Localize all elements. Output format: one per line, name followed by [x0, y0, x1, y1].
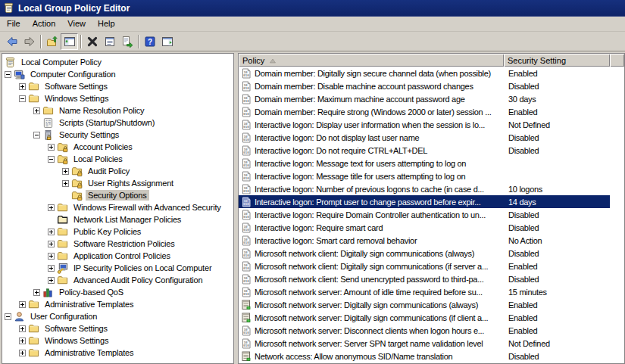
- expand-plus-icon[interactable]: [48, 277, 55, 284]
- forward-button[interactable]: [20, 33, 38, 50]
- tree-item-network-list-manager-policies[interactable]: Network List Manager Policies: [2, 213, 233, 226]
- column-header-security-setting[interactable]: Security Setting: [504, 54, 610, 67]
- policy-row[interactable]: 10010Interactive logon: Display user inf…: [239, 118, 624, 131]
- collapse-minus-icon[interactable]: [19, 95, 26, 102]
- expand-plus-icon[interactable]: [48, 253, 55, 260]
- tree-item-windows-settings[interactable]: Windows Settings: [2, 92, 233, 104]
- tree-item-label[interactable]: Security Settings: [57, 129, 121, 140]
- tree-item-scripts-startup-shutdown[interactable]: Scripts (Startup/Shutdown): [2, 117, 233, 129]
- tree-item-administrative-templates[interactable]: Administrative Templates: [2, 298, 233, 310]
- tree-item-software-restriction-policies[interactable]: Software Restriction Policies: [2, 238, 233, 250]
- tree-item-label[interactable]: Computer Configuration: [28, 69, 117, 79]
- tree-item-name-resolution-policy[interactable]: Name Resolution Policy: [2, 104, 233, 117]
- policy-row[interactable]: 10010Domain member: Require strong (Wind…: [239, 105, 624, 118]
- column-header-policy[interactable]: Policy: [239, 54, 504, 67]
- expand-plus-icon[interactable]: [33, 289, 40, 296]
- tree-item-local-computer-policy[interactable]: Local Computer Policy: [2, 56, 233, 68]
- tree-item-account-policies[interactable]: Account Policies: [2, 141, 233, 153]
- tree-item-label[interactable]: Network List Manager Policies: [71, 214, 183, 225]
- delete-button[interactable]: [83, 33, 101, 50]
- menu-file[interactable]: File: [1, 17, 27, 31]
- policy-row[interactable]: 10010Interactive logon: Require Domain C…: [239, 208, 624, 221]
- tree-item-label[interactable]: IP Security Policies on Local Computer: [71, 263, 214, 273]
- expand-plus-icon[interactable]: [19, 338, 26, 344]
- tree-item-label[interactable]: Software Restriction Policies: [71, 238, 177, 249]
- menu-help[interactable]: Help: [92, 17, 121, 31]
- expand-plus-icon[interactable]: [19, 301, 26, 308]
- tree-item-windows-firewall-with-advanced-security[interactable]: Windows Firewall with Advanced Security: [2, 201, 233, 213]
- expand-plus-icon[interactable]: [33, 107, 40, 114]
- policy-row[interactable]: Microsoft network server: Digitally sign…: [239, 311, 624, 324]
- tree-item-user-rights-assignment[interactable]: User Rights Assignment: [2, 177, 233, 189]
- help-button[interactable]: ?: [141, 33, 158, 50]
- expand-plus-icon[interactable]: [48, 144, 55, 151]
- tree-item-security-options[interactable]: Security Options: [2, 189, 233, 201]
- tree-item-label[interactable]: Windows Settings: [42, 335, 111, 346]
- expand-plus-icon[interactable]: [19, 83, 26, 90]
- expand-plus-icon[interactable]: [48, 241, 55, 247]
- tree-item-windows-settings[interactable]: Windows Settings: [2, 334, 233, 347]
- tree-item-audit-policy[interactable]: Audit Policy: [2, 165, 233, 177]
- expand-plus-icon[interactable]: [62, 180, 69, 187]
- tree-item-label[interactable]: Administrative Templates: [42, 299, 136, 310]
- policy-row[interactable]: 10010Domain member: Disable machine acco…: [239, 79, 624, 92]
- policy-row[interactable]: 10010Interactive logon: Require smart ca…: [239, 221, 624, 234]
- title-bar[interactable]: Local Group Policy Editor: [0, 0, 625, 17]
- policy-row[interactable]: 10010Microsoft network client: Digitally…: [239, 260, 624, 272]
- policy-row[interactable]: 10010Interactive logon: Do not display l…: [239, 131, 624, 144]
- policy-row[interactable]: 10010Domain member: Digitally sign secur…: [239, 67, 624, 79]
- collapse-minus-icon[interactable]: [5, 71, 11, 78]
- menu-action[interactable]: Action: [27, 17, 62, 31]
- policy-row[interactable]: 10010Interactive logon: Do not require C…: [239, 144, 624, 157]
- policy-row[interactable]: 10010Microsoft network server: Amount of…: [239, 285, 624, 298]
- policy-row[interactable]: 10010Interactive logon: Smart card remov…: [239, 234, 624, 247]
- tree-item-label[interactable]: User Rights Assignment: [86, 178, 176, 188]
- tree-item-policy-based-qos[interactable]: Policy-based QoS: [2, 286, 233, 298]
- policy-row[interactable]: Microsoft network server: Digitally sign…: [239, 298, 624, 311]
- expand-plus-icon[interactable]: [48, 204, 55, 211]
- tree-item-security-settings[interactable]: Security Settings: [2, 129, 233, 141]
- tree-item-label[interactable]: Advanced Audit Policy Configuration: [71, 275, 205, 285]
- tree-item-label[interactable]: Application Control Policies: [71, 250, 173, 261]
- policy-row[interactable]: 10010Domain member: Maximum machine acco…: [239, 92, 624, 105]
- policy-row[interactable]: 10010Interactive logon: Message title fo…: [239, 170, 624, 182]
- tree-item-label[interactable]: Local Policies: [71, 154, 124, 164]
- policy-row[interactable]: 10010Microsoft network client: Send unen…: [239, 272, 624, 285]
- tree-item-advanced-audit-policy-configuration[interactable]: Advanced Audit Policy Configuration: [2, 274, 233, 286]
- tree-item-ip-security-policies-on-local-computer[interactable]: IP Security Policies on Local Computer: [2, 262, 233, 274]
- policy-row[interactable]: 10010Microsoft network server: Server SP…: [239, 337, 624, 350]
- tree-item-local-policies[interactable]: Local Policies: [2, 153, 233, 165]
- tree-item-label[interactable]: Scripts (Startup/Shutdown): [57, 117, 157, 128]
- collapse-minus-icon[interactable]: [48, 156, 55, 163]
- properties-button[interactable]: [101, 33, 118, 50]
- policy-row[interactable]: 10010Interactive logon: Message text for…: [239, 157, 624, 170]
- expand-plus-icon[interactable]: [19, 325, 26, 332]
- tree-item-label[interactable]: Software Settings: [42, 81, 110, 92]
- policy-row[interactable]: 10010Interactive logon: Number of previo…: [239, 182, 624, 195]
- expand-plus-icon[interactable]: [19, 350, 26, 356]
- tree-item-label[interactable]: Administrative Templates: [42, 347, 136, 358]
- tree-item-user-configuration[interactable]: User Configuration: [2, 310, 233, 322]
- tree-item-computer-configuration[interactable]: Computer Configuration: [2, 68, 233, 80]
- tree-item-label[interactable]: Windows Firewall with Advanced Security: [71, 202, 223, 213]
- back-button[interactable]: [3, 33, 20, 50]
- policy-row[interactable]: 10010Interactive logon: Prompt user to c…: [239, 195, 624, 208]
- tree-item-label[interactable]: Name Resolution Policy: [57, 105, 146, 116]
- menu-view[interactable]: View: [61, 17, 92, 31]
- tree-item-label[interactable]: Audit Policy: [86, 166, 132, 176]
- tree-item-label[interactable]: User Configuration: [28, 311, 99, 322]
- expand-plus-icon[interactable]: [48, 265, 55, 272]
- policy-row[interactable]: Network access: Allow anonymous SID/Name…: [239, 350, 624, 362]
- tree-item-application-control-policies[interactable]: Application Control Policies: [2, 250, 233, 262]
- expand-plus-icon[interactable]: [48, 229, 55, 235]
- export-list-button[interactable]: [118, 33, 136, 50]
- policy-row[interactable]: 10010Microsoft network client: Digitally…: [239, 247, 624, 260]
- up-one-level-button[interactable]: [43, 33, 61, 50]
- collapse-minus-icon[interactable]: [33, 132, 40, 138]
- tree-item-label[interactable]: Local Computer Policy: [19, 57, 104, 67]
- show-console-tree-button[interactable]: [61, 33, 78, 50]
- tree-item-label[interactable]: Public Key Policies: [71, 226, 143, 237]
- tree-item-label[interactable]: Account Policies: [71, 142, 135, 152]
- expand-plus-icon[interactable]: [62, 168, 69, 175]
- show-action-pane-button[interactable]: [158, 33, 176, 50]
